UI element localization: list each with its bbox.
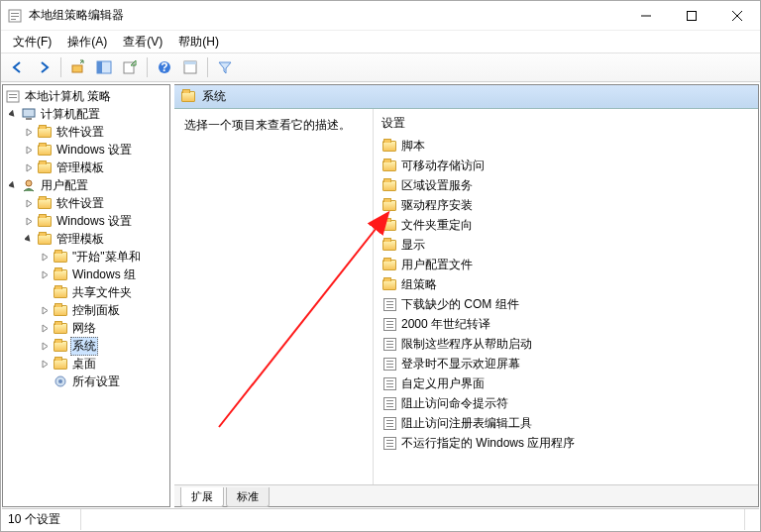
client-area: 本地计算机 策略 计算机配置 软件设置 Windows 设置 管理模板 <box>2 84 759 507</box>
caret-collapsed-icon[interactable] <box>37 270 53 279</box>
list-item[interactable]: 用户配置文件 <box>374 255 758 274</box>
list-item[interactable]: 阻止访问命令提示符 <box>374 393 758 413</box>
tree-c-admin[interactable]: 管理模板 <box>3 159 169 176</box>
list-item[interactable]: 下载缺少的 COM 组件 <box>374 294 758 314</box>
menu-view[interactable]: 查看(V) <box>115 32 170 53</box>
list-item-label: 阻止访问命令提示符 <box>401 395 508 412</box>
tab-standard[interactable]: 标准 <box>226 487 270 507</box>
list-item[interactable]: 显示 <box>374 235 758 255</box>
caret-collapsed-icon[interactable] <box>21 217 37 226</box>
list-item[interactable]: 2000 年世纪转译 <box>374 314 758 334</box>
tree-computer-config[interactable]: 计算机配置 <box>3 105 169 123</box>
tree-u-start[interactable]: "开始"菜单和 <box>3 248 169 266</box>
settings-header[interactable]: 设置 <box>374 109 758 136</box>
folder-icon <box>381 217 397 233</box>
back-button[interactable] <box>6 55 30 79</box>
list-item-label: 区域设置服务 <box>401 177 473 194</box>
close-button[interactable] <box>714 1 760 31</box>
list-item[interactable]: 可移动存储访问 <box>374 156 758 175</box>
tree-u-net[interactable]: 网络 <box>3 319 169 337</box>
caret-collapsed-icon[interactable] <box>21 128 37 137</box>
caret-expanded-icon[interactable] <box>5 110 21 119</box>
list-item[interactable]: 自定义用户界面 <box>374 373 758 393</box>
tree-c-software[interactable]: 软件设置 <box>3 123 169 141</box>
folder-icon <box>37 195 53 211</box>
menu-help[interactable]: 帮助(H) <box>170 32 227 53</box>
list-item-label: 用户配置文件 <box>401 257 473 273</box>
properties-button[interactable] <box>178 55 202 79</box>
tree-label: 计算机配置 <box>39 106 102 123</box>
tree-root[interactable]: 本地计算机 策略 <box>3 87 169 105</box>
help-button[interactable]: ? <box>153 55 176 79</box>
setting-icon <box>381 296 397 312</box>
tree-c-windows[interactable]: Windows 设置 <box>3 141 169 159</box>
caret-collapsed-icon[interactable] <box>37 342 53 351</box>
list-item[interactable]: 文件夹重定向 <box>374 215 758 235</box>
detail-header: 系统 <box>174 85 758 109</box>
list-item[interactable]: 不运行指定的 Windows 应用程序 <box>374 433 758 453</box>
forward-button[interactable] <box>32 55 55 79</box>
tree-u-windows[interactable]: Windows 设置 <box>3 212 169 230</box>
folder-icon <box>53 249 68 265</box>
tree-label: 所有设置 <box>70 373 122 390</box>
settings-column[interactable]: 设置 脚本 可移动存储访问 区域设置服务 驱动程序安装 文件夹重定向 显示 用户… <box>373 109 758 484</box>
caret-collapsed-icon[interactable] <box>21 163 37 172</box>
caret-expanded-icon[interactable] <box>21 235 37 244</box>
minimize-button[interactable] <box>623 1 669 31</box>
svg-rect-3 <box>11 19 16 20</box>
caret-collapsed-icon[interactable] <box>37 324 53 333</box>
tree-u-ctrl[interactable]: 控制面板 <box>3 301 169 319</box>
tree-u-all[interactable]: 所有设置 <box>3 372 169 390</box>
tree-u-desk[interactable]: 桌面 <box>3 355 169 372</box>
status-cell <box>89 509 745 530</box>
show-hide-tree-button[interactable] <box>92 55 116 79</box>
tree-u-wincomp[interactable]: Windows 组 <box>3 266 169 283</box>
export-button[interactable] <box>118 55 142 79</box>
caret-collapsed-icon[interactable] <box>21 146 37 155</box>
list-item[interactable]: 登录时不显示欢迎屏幕 <box>374 354 758 373</box>
maximize-button[interactable] <box>669 1 714 31</box>
tree-u-system[interactable]: 系统 <box>3 337 169 355</box>
folder-icon <box>37 160 53 175</box>
caret-expanded-icon[interactable] <box>5 181 21 190</box>
policy-icon <box>5 88 21 104</box>
list-item[interactable]: 驱动程序安装 <box>374 195 758 215</box>
tree-u-admin[interactable]: 管理模板 <box>3 230 169 248</box>
caret-collapsed-icon[interactable] <box>37 306 53 315</box>
tree-scroll[interactable]: 本地计算机 策略 计算机配置 软件设置 Windows 设置 管理模板 <box>3 85 169 506</box>
folder-icon <box>180 89 196 105</box>
list-item-label: 脚本 <box>401 138 425 155</box>
list-item[interactable]: 脚本 <box>374 136 758 156</box>
menu-file[interactable]: 文件(F) <box>5 32 59 53</box>
tree-user-config[interactable]: 用户配置 <box>3 176 169 194</box>
tree-u-share[interactable]: 共享文件夹 <box>3 283 169 301</box>
tree-label: Windows 组 <box>70 266 138 283</box>
toolbar-separator <box>60 57 61 77</box>
list-item[interactable]: 限制这些程序从帮助启动 <box>374 334 758 354</box>
tab-extended[interactable]: 扩展 <box>180 487 224 507</box>
menubar: 文件(F) 操作(A) 查看(V) 帮助(H) <box>1 31 760 53</box>
up-button[interactable] <box>66 55 90 79</box>
folder-icon <box>53 320 68 336</box>
list-item[interactable]: 区域设置服务 <box>374 175 758 195</box>
caret-collapsed-icon[interactable] <box>37 360 53 369</box>
svg-rect-17 <box>9 94 17 95</box>
list-item[interactable]: 组策略 <box>374 274 758 294</box>
folder-icon <box>381 158 397 173</box>
tree-label: 管理模板 <box>54 160 106 176</box>
svg-rect-16 <box>7 91 19 102</box>
folder-icon <box>37 142 53 158</box>
filter-button[interactable] <box>213 55 237 79</box>
svg-rect-19 <box>23 109 35 117</box>
caret-collapsed-icon[interactable] <box>21 199 37 208</box>
list-item[interactable]: 阻止访问注册表编辑工具 <box>374 413 758 433</box>
folder-icon <box>381 276 397 292</box>
menu-action[interactable]: 操作(A) <box>59 32 115 53</box>
tree-u-software[interactable]: 软件设置 <box>3 194 169 212</box>
tree-label: 网络 <box>70 320 98 337</box>
folder-icon <box>381 138 397 154</box>
tree-label: 系统 <box>70 337 98 356</box>
caret-collapsed-icon[interactable] <box>37 253 53 262</box>
folder-icon <box>53 356 68 372</box>
list-item-label: 组策略 <box>401 276 437 293</box>
